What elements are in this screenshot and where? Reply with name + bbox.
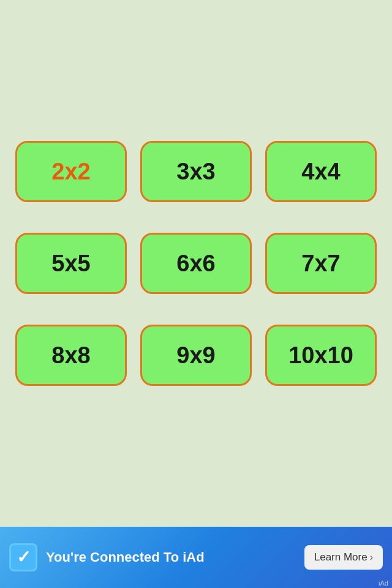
button-2x2[interactable]: 2x2: [15, 141, 127, 202]
button-label-4x4: 4x4: [301, 159, 340, 185]
ad-checkbox-icon: ✓: [9, 543, 37, 571]
grid-row-3: 8x8 9x9 10x10: [15, 325, 377, 386]
button-label-6x6: 6x6: [176, 251, 215, 277]
button-9x9[interactable]: 9x9: [140, 325, 252, 386]
ad-banner[interactable]: ✓ You're Connected To iAd Learn More › i…: [0, 527, 392, 588]
iad-label: iAd: [379, 579, 388, 587]
button-label-2x2: 2x2: [51, 159, 90, 185]
grid-container: 2x2 3x3 4x4 5x5 6x6 7x7 8x8 9x9 10x10: [0, 0, 392, 527]
button-label-7x7: 7x7: [301, 251, 340, 277]
grid-row-2: 5x5 6x6 7x7: [15, 233, 377, 294]
button-8x8[interactable]: 8x8: [15, 325, 127, 386]
checkmark-icon: ✓: [17, 549, 31, 566]
grid-row-1: 2x2 3x3 4x4: [15, 141, 377, 202]
button-3x3[interactable]: 3x3: [140, 141, 252, 202]
button-10x10[interactable]: 10x10: [265, 325, 377, 386]
learn-more-label: Learn More: [314, 551, 368, 564]
button-label-5x5: 5x5: [51, 251, 90, 277]
button-label-3x3: 3x3: [176, 159, 215, 185]
button-5x5[interactable]: 5x5: [15, 233, 127, 294]
chevron-icon: ›: [370, 552, 373, 563]
button-label-8x8: 8x8: [51, 342, 90, 369]
button-label-10x10: 10x10: [288, 342, 353, 369]
button-7x7[interactable]: 7x7: [265, 233, 377, 294]
ad-text: You're Connected To iAd: [46, 549, 296, 565]
learn-more-button[interactable]: Learn More ›: [304, 545, 383, 570]
button-6x6[interactable]: 6x6: [140, 233, 252, 294]
button-label-9x9: 9x9: [176, 342, 215, 369]
button-4x4[interactable]: 4x4: [265, 141, 377, 202]
